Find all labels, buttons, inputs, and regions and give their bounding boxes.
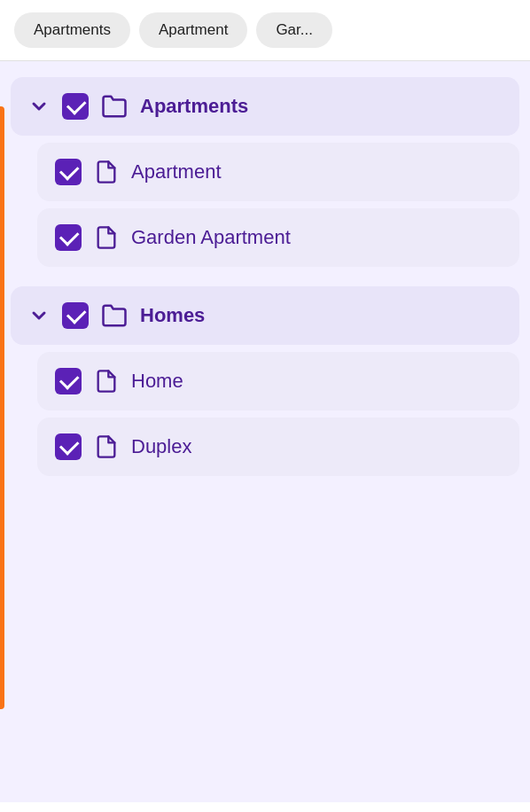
accent-bar (0, 106, 4, 709)
tabs-bar: Apartments Apartment Gar... (0, 0, 530, 61)
file-icon-3 (94, 369, 119, 394)
duplex-label: Duplex (131, 435, 191, 458)
tab-apartment[interactable]: Apartment (139, 12, 247, 48)
home-checkbox[interactable] (55, 368, 82, 394)
garden-apartment-label: Garden Apartment (131, 226, 291, 249)
folder-icon-2 (101, 302, 128, 329)
duplex-checkbox[interactable] (55, 433, 82, 460)
apartments-group-row[interactable]: Apartments (11, 77, 519, 136)
homes-group-checkbox[interactable] (62, 302, 89, 329)
folder-icon (101, 93, 128, 120)
apartment-checkbox[interactable] (55, 159, 82, 185)
homes-group-label: Homes (140, 304, 205, 327)
tab-apartments[interactable]: Apartments (14, 12, 130, 48)
duplex-child-row[interactable]: Duplex (37, 418, 519, 476)
apartments-group-checkbox[interactable] (62, 93, 89, 120)
apartment-child-row[interactable]: Apartment (37, 143, 519, 201)
file-icon-4 (94, 434, 119, 459)
home-label: Home (131, 370, 183, 393)
homes-group-row[interactable]: Homes (11, 286, 519, 345)
tab-garden[interactable]: Gar... (256, 12, 332, 48)
garden-apartment-child-row[interactable]: Garden Apartment (37, 208, 519, 267)
garden-apartment-checkbox[interactable] (55, 224, 82, 251)
content-area: Apartments Apartment Garden Apartment (0, 61, 530, 802)
file-icon (94, 160, 119, 184)
chevron-down-icon (28, 96, 50, 117)
file-icon-2 (94, 225, 119, 250)
chevron-down-icon-2 (28, 305, 50, 326)
apartments-group-label: Apartments (140, 95, 248, 118)
apartment-label: Apartment (131, 160, 222, 183)
home-child-row[interactable]: Home (37, 352, 519, 410)
